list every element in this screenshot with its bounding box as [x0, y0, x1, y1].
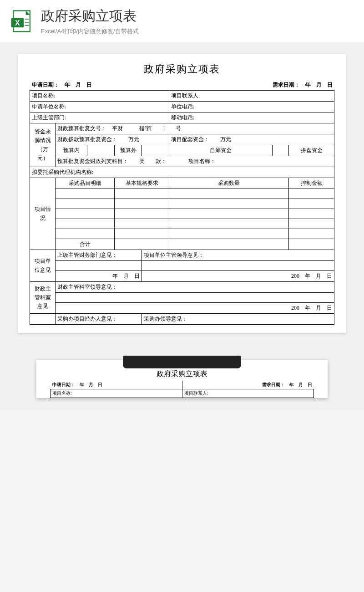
col-spec: 基本规格要求: [115, 178, 169, 189]
opinion-box: [142, 261, 334, 271]
fiscal-office-label: 财政主管科室意见: [30, 282, 56, 314]
page-header: X 政府采购立项表 Excel/A4打印/内容随意修改/自带格式: [0, 0, 364, 43]
form-title: 政府采购立项表: [30, 62, 334, 76]
document-area: 政府采购立项表 申请日期： 年 月 日 需求日期： 年 月 日 项目名称: 项目…: [0, 43, 364, 409]
fiscal-fund: 财政拨款预算批复资金： 万元: [56, 134, 169, 145]
blank-cell: [30, 314, 56, 325]
supervisor-finance: 上级主管财务部门意见：: [56, 250, 142, 261]
budget-out-val: [142, 145, 169, 156]
item-row: [56, 229, 115, 239]
mini-contact: 项目联系人:: [182, 389, 314, 398]
subject-cell: 预算批复资金财政列支科目： 类 款： 项目名称：: [56, 156, 334, 167]
form-sheet: 政府采购立项表 申请日期： 年 月 日 需求日期： 年 月 日 项目名称: 项目…: [18, 54, 346, 333]
col-amount: 控制金额: [289, 178, 334, 189]
clipboard-preview: 政府采购立项表 申请日期： 年 月 日 需求日期： 年 月 日 项目名称: 项目…: [36, 360, 328, 398]
agency-cell: 拟委托采购代理机构名称:: [30, 167, 334, 178]
col-qty: 采购数量: [169, 178, 289, 189]
page-subtitle: Excel/A4打印/内容随意修改/自带格式: [41, 27, 139, 36]
self-fund: 自筹资金: [169, 145, 273, 156]
supervisor-cell: 上级主管部门:: [30, 112, 169, 123]
item-section-label: 项目情况: [30, 178, 56, 250]
col-item: 采购品目明细: [56, 178, 115, 189]
mini-apply-date: 申请日期： 年 月 日: [51, 381, 182, 389]
unit-leader: 项目单位主管领导意见：: [142, 250, 334, 261]
budget-in-val: [87, 145, 115, 156]
clipboard-clip-icon: [123, 356, 241, 368]
budget-in: 预算内: [56, 145, 87, 156]
opinion-box: [56, 261, 142, 271]
form-table: 申请日期： 年 月 日 需求日期： 年 月 日 项目名称: 项目联系人: 申请单…: [30, 80, 334, 325]
demand-date: 需求日期： 年 月 日: [142, 80, 334, 91]
date-ymd: 年 月 日: [56, 271, 142, 282]
item-row: [56, 189, 115, 199]
project-name-cell: 项目名称:: [30, 91, 169, 102]
excel-icon: X: [9, 9, 34, 34]
page-title: 政府采购立项表: [41, 7, 139, 26]
mini-demand-date: 需求日期： 年 月 日: [182, 381, 314, 389]
self-fund-val: [273, 145, 289, 156]
mini-project-name: 项目名称:: [51, 389, 182, 398]
procure-handler: 采购办项目经办人意见：: [56, 314, 142, 325]
matching-fund: 项目配套资金： 万元: [169, 134, 334, 145]
pool-fund: 拼盘资金: [289, 145, 334, 156]
unit-opinion-label: 项目单位意见: [30, 250, 56, 282]
fund-source-label: 资金来源情况（万元）: [30, 123, 56, 167]
item-row: [56, 219, 115, 229]
project-contact-cell: 项目联系人:: [169, 91, 334, 102]
preview-strip: 政府采购立项表 申请日期： 年 月 日 需求日期： 年 月 日 项目名称: 项目…: [18, 360, 346, 398]
date-200-b: 200 年 月 日: [56, 303, 334, 314]
svg-text:X: X: [15, 19, 20, 27]
mobile-cell: 移动电话:: [169, 112, 334, 123]
procure-leader: 采购办领导意见：: [142, 314, 334, 325]
date-200: 200 年 月 日: [142, 271, 334, 282]
opinion-box: [56, 293, 334, 303]
budget-out: 预算外: [115, 145, 142, 156]
unit-phone-cell: 单位电话:: [169, 102, 334, 112]
fiscal-doc: 财政预算批复文号： 平财 指字[ ] 号: [56, 123, 334, 134]
apply-unit-cell: 申请单位名称:: [30, 102, 169, 112]
total-label: 合计: [56, 239, 115, 250]
item-row: [56, 199, 115, 209]
fiscal-leader: 财政主管科室领导意见：: [56, 282, 334, 293]
item-row: [56, 209, 115, 219]
apply-date: 申请日期： 年 月 日: [30, 80, 142, 91]
